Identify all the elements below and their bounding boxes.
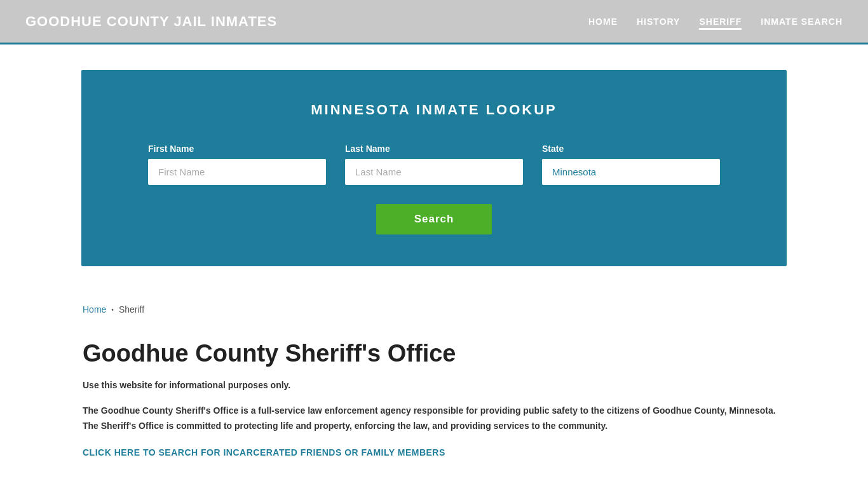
nav-inmate-search[interactable]: INMATE SEARCH [761,13,843,30]
breadcrumb-current: Sheriff [119,304,144,315]
nav-sheriff[interactable]: SHERIFF [699,13,742,30]
info-line: Use this website for informational purpo… [83,379,785,392]
search-fields: First Name Last Name State [119,144,749,185]
breadcrumb-home-link[interactable]: Home [83,304,106,315]
state-input[interactable] [542,159,720,185]
site-title: GOODHUE COUNTY JAIL INMATES [25,13,277,30]
last-name-label: Last Name [345,144,523,154]
breadcrumb: Home • Sheriff [0,292,868,327]
last-name-input[interactable] [345,159,523,185]
page-title: Goodhue County Sheriff's Office [83,340,785,367]
state-group: State [542,144,720,185]
first-name-label: First Name [148,144,326,154]
main-content: Goodhue County Sheriff's Office Use this… [0,327,868,488]
first-name-input[interactable] [148,159,326,185]
last-name-group: Last Name [345,144,523,185]
first-name-group: First Name [148,144,326,185]
search-btn-wrapper: Search [119,204,749,234]
nav-home[interactable]: HOME [588,13,618,30]
breadcrumb-separator: • [111,306,114,313]
search-link[interactable]: CLICK HERE to Search for Incarcerated Fr… [83,447,445,458]
description: The Goodhue County Sheriff's Office is a… [83,403,785,434]
search-button[interactable]: Search [376,204,492,234]
state-label: State [542,144,720,154]
search-title: MINNESOTA INMATE LOOKUP [119,102,749,118]
site-header: GOODHUE COUNTY JAIL INMATES HOME HISTORY… [0,0,868,44]
main-nav: HOME HISTORY SHERIFF INMATE SEARCH [588,13,843,30]
search-section: MINNESOTA INMATE LOOKUP First Name Last … [81,70,787,266]
nav-history[interactable]: HISTORY [637,13,680,30]
